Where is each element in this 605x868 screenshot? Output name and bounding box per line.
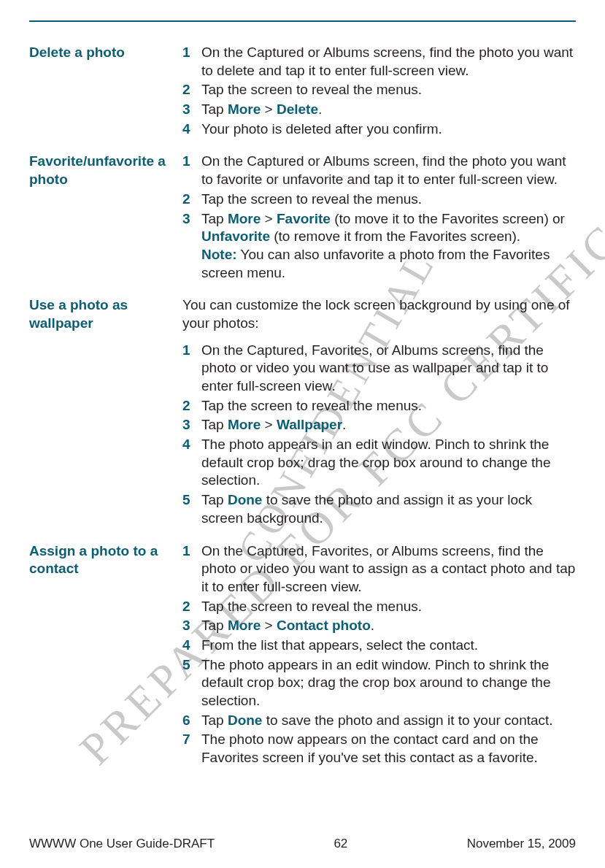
step-item: Tap More > Contact photo. bbox=[182, 617, 576, 635]
step-item: On the Captured, Favorites, or Albums sc… bbox=[182, 542, 576, 596]
section-body: On the Captured, Favorites, or Albums sc… bbox=[182, 542, 576, 769]
step-item: Tap More > Favorite (to move it to the F… bbox=[182, 210, 576, 283]
section-intro: You can customize the lock screen backgr… bbox=[182, 296, 576, 332]
section-body: You can customize the lock screen backgr… bbox=[182, 296, 576, 529]
section: Assign a photo to a contactOn the Captur… bbox=[29, 542, 576, 769]
step-item: The photo now appears on the contact car… bbox=[182, 731, 576, 767]
page-footer: WWWW One User Guide-DRAFT 62 November 15… bbox=[29, 836, 576, 852]
footer-left: WWWW One User Guide-DRAFT bbox=[29, 836, 215, 852]
top-rule bbox=[29, 20, 576, 22]
step-list: On the Captured or Albums screens, find … bbox=[182, 44, 576, 138]
section-title: Assign a photo to a contact bbox=[29, 542, 182, 769]
step-item: Your photo is deleted after you confirm. bbox=[182, 120, 576, 139]
step-item: Tap More > Delete. bbox=[182, 101, 576, 119]
section-title: Use a photo as wallpaper bbox=[29, 296, 182, 529]
step-item: Tap the screen to reveal the menus. bbox=[182, 397, 576, 415]
step-list: On the Captured or Albums screen, find t… bbox=[182, 153, 576, 282]
section-title: Delete a photo bbox=[29, 44, 182, 139]
step-item: Tap the screen to reveal the menus. bbox=[182, 81, 576, 99]
footer-date: November 15, 2009 bbox=[467, 836, 576, 852]
section-title: Favorite/unfavorite a photo bbox=[29, 153, 182, 283]
footer-page-number: 62 bbox=[334, 836, 347, 852]
step-item: On the Captured, Favorites, or Albums sc… bbox=[182, 342, 576, 396]
section-body: On the Captured or Albums screens, find … bbox=[182, 44, 576, 139]
section: Delete a photoOn the Captured or Albums … bbox=[29, 44, 576, 139]
step-item: Tap More > Wallpaper. bbox=[182, 416, 576, 434]
section: Use a photo as wallpaperYou can customiz… bbox=[29, 296, 576, 529]
step-item: On the Captured or Albums screen, find t… bbox=[182, 153, 576, 188]
step-item: Tap the screen to reveal the menus. bbox=[182, 191, 576, 209]
step-item: Tap Done to save the photo and assign it… bbox=[182, 712, 576, 730]
page-content: Delete a photoOn the Captured or Albums … bbox=[29, 44, 576, 769]
step-item: From the list that appears, select the c… bbox=[182, 637, 576, 655]
step-item: The photo appears in an edit window. Pin… bbox=[182, 436, 576, 490]
step-item: On the Captured or Albums screens, find … bbox=[182, 44, 576, 80]
step-list: On the Captured, Favorites, or Albums sc… bbox=[182, 342, 576, 528]
step-item: Tap the screen to reveal the menus. bbox=[182, 598, 576, 616]
step-item: The photo appears in an edit window. Pin… bbox=[182, 656, 576, 710]
section-body: On the Captured or Albums screen, find t… bbox=[182, 153, 576, 283]
step-list: On the Captured, Favorites, or Albums sc… bbox=[182, 542, 576, 767]
section: Favorite/unfavorite a photoOn the Captur… bbox=[29, 153, 576, 283]
step-item: Tap Done to save the photo and assign it… bbox=[182, 491, 576, 527]
